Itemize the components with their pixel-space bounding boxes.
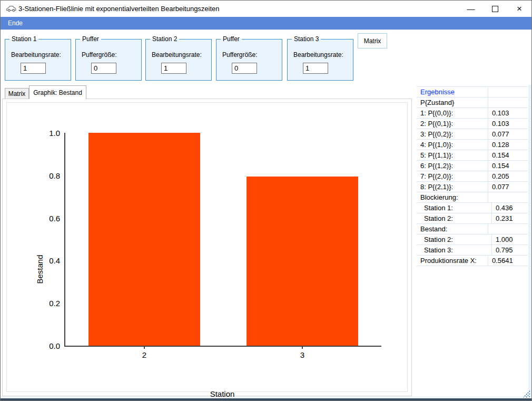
x-tick-label: 3	[292, 350, 313, 359]
table-row: 6: P{(1,2)}: 0.154	[417, 161, 528, 171]
table-row: 2: P{(0,1)}: 0.103	[417, 119, 528, 129]
minimize-icon: —	[467, 4, 475, 13]
car-icon	[6, 5, 16, 13]
close-icon: ×	[517, 4, 522, 14]
minimize-button[interactable]: —	[459, 1, 483, 17]
table-row: P{Zustand}	[417, 97, 528, 108]
table-row: 1: P{(0,0)}: 0.103	[417, 108, 528, 119]
buffer2-size-input[interactable]	[232, 63, 257, 74]
groupbox-puffer-2: Puffer Puffergröße:	[216, 35, 282, 81]
groupbox-station-3: Station 3 Bearbeitungsrate:	[287, 35, 353, 81]
y-tick-label: 0.0	[39, 341, 60, 350]
window-controls: — ×	[459, 1, 531, 17]
results-header: Ergebnisse	[417, 87, 488, 97]
window-title: 3-Stationen-Fließlinie mit exponentialve…	[18, 5, 220, 13]
right-gutter	[528, 85, 532, 397]
table-row: Produktionsrate X: 0.5641	[417, 256, 528, 266]
groupbox-border	[5, 39, 71, 81]
table-row: 4: P{(1,0)}: 0.128	[417, 140, 528, 150]
y-tick-label: 0.2	[39, 299, 60, 308]
maximize-icon	[492, 6, 498, 12]
table-row: Bestand:	[417, 224, 528, 234]
title-bar: 3-Stationen-Fließlinie mit exponentialve…	[1, 1, 531, 17]
y-tick-label: 0.6	[39, 214, 60, 223]
station1-rate-input[interactable]	[21, 63, 46, 74]
tab-page-graphik: Bestand Station 0.00.20.40.60.81.023	[2, 99, 412, 396]
chart-panel: Bestand Station 0.00.20.40.60.81.023	[6, 102, 408, 392]
buffer-size-label: Puffergröße:	[222, 51, 257, 58]
station3-rate-input[interactable]	[303, 63, 328, 74]
menu-item-ende[interactable]: Ende	[1, 17, 30, 30]
station2-rate-input[interactable]	[161, 63, 186, 74]
y-tick-label: 0.8	[39, 171, 60, 180]
menu-bar: Ende	[1, 17, 531, 30]
groupbox-title: Puffer	[221, 35, 242, 43]
groupbox-title: Station 1	[9, 35, 38, 43]
rate-label: Bearbeitungsrate:	[11, 51, 61, 58]
bar	[247, 177, 358, 346]
rate-label: Bearbeitungsrate:	[152, 51, 202, 58]
groupbox-border	[216, 39, 282, 81]
resize-grip[interactable]	[523, 390, 530, 398]
plot-area: 0.00.20.40.60.81.023	[64, 133, 381, 347]
maximize-button[interactable]	[483, 1, 507, 17]
results-table: Ergebnisse P{Zustand} 1: P{(0,0)}: 0.103…	[417, 86, 528, 266]
groupbox-station-1: Station 1 Bearbeitungsrate:	[5, 35, 71, 81]
app-window: 3-Stationen-Fließlinie mit exponentialve…	[0, 0, 532, 401]
x-tick-mark	[144, 347, 145, 349]
groupbox-title: Station 2	[150, 35, 179, 43]
tab-matrix[interactable]: Matrix	[5, 88, 29, 99]
groupbox-station-2: Station 2 Bearbeitungsrate:	[145, 35, 212, 81]
table-row: Station 2: 0.231	[417, 213, 528, 224]
groupbox-border	[287, 39, 353, 81]
bar	[88, 133, 200, 346]
y-tick-label: 1.0	[39, 129, 60, 138]
y-tick-label: 0.4	[39, 256, 60, 265]
x-axis-label: Station	[210, 389, 235, 398]
close-button[interactable]: ×	[507, 1, 531, 17]
groupbox-title: Station 3	[292, 35, 321, 43]
buffer1-size-input[interactable]	[91, 63, 116, 74]
table-row: Station 2: 1.000	[417, 234, 528, 245]
x-tick-mark	[302, 347, 303, 349]
groupbox-title: Puffer	[80, 35, 101, 43]
groupbox-puffer-1: Puffer Puffergröße:	[75, 35, 142, 81]
table-row: Station 3: 0.795	[417, 245, 528, 256]
rate-label: Bearbeitungsrate:	[293, 51, 343, 58]
table-row: 8: P{(2,1)}: 0.077	[417, 182, 528, 192]
matrix-button[interactable]: Matrix	[358, 33, 387, 48]
table-row: Blockierung:	[417, 192, 528, 203]
results-header-row: Ergebnisse	[417, 87, 528, 97]
tab-graphik-bestand[interactable]: Graphik: Bestand	[29, 85, 86, 99]
groupbox-border	[75, 39, 142, 81]
x-tick-label: 2	[134, 350, 155, 359]
window-bottom-border	[1, 398, 531, 400]
table-row: Station 1: 0.436	[417, 203, 528, 213]
buffer-size-label: Puffergröße:	[82, 51, 116, 58]
table-row: 3: P{(0,2)}: 0.077	[417, 129, 528, 140]
table-row: 5: P{(1,1)}: 0.154	[417, 150, 528, 161]
table-row: 7: P{(2,0)}: 0.205	[417, 171, 528, 182]
groupbox-border	[145, 39, 212, 81]
